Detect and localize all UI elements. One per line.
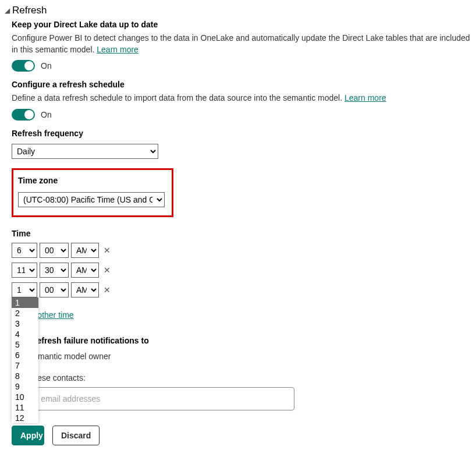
frequency-select[interactable]: Daily bbox=[12, 144, 158, 159]
minute-select[interactable]: 30 bbox=[40, 263, 69, 278]
hour-option[interactable]: 6 bbox=[12, 350, 38, 360]
hour-option[interactable]: 9 bbox=[12, 381, 38, 392]
toggle-knob-icon bbox=[24, 61, 34, 70]
hour-option[interactable]: 5 bbox=[12, 339, 38, 350]
frequency-label: Refresh frequency bbox=[12, 129, 476, 138]
hour-option[interactable]: 10 bbox=[12, 392, 38, 402]
learn-more-link-schedule[interactable]: Learn more bbox=[344, 93, 386, 102]
hour-option[interactable]: 7 bbox=[12, 360, 38, 371]
remove-time-icon[interactable]: ✕ bbox=[104, 246, 111, 255]
owner-checkbox-label: Semantic model owner bbox=[28, 352, 111, 361]
hour-select[interactable]: 1 bbox=[12, 282, 37, 297]
keep-up-to-date-heading: Keep your Direct Lake data up to date bbox=[12, 20, 476, 29]
time-row: 1 00 AM ✕ 123456789101112 bbox=[12, 282, 476, 297]
notifications-heading: Send refresh failure notifications to bbox=[12, 336, 476, 345]
contacts-input[interactable] bbox=[12, 387, 294, 410]
minute-select[interactable]: 00 bbox=[40, 282, 69, 297]
learn-more-link[interactable]: Learn more bbox=[97, 45, 138, 54]
schedule-desc: Define a data refresh schedule to import… bbox=[12, 93, 476, 104]
keep-up-to-date-desc: Configure Power BI to detect changes to … bbox=[12, 33, 476, 55]
ampm-select[interactable]: AM bbox=[71, 243, 99, 258]
hour-option[interactable]: 11 bbox=[12, 402, 38, 413]
section-header[interactable]: ◢ Refresh bbox=[5, 5, 476, 16]
ampm-select[interactable]: AM bbox=[71, 263, 99, 278]
timezone-select[interactable]: (UTC-08:00) Pacific Time (US and Canada) bbox=[18, 192, 165, 207]
time-label: Time bbox=[12, 229, 476, 238]
hour-select[interactable]: 6 bbox=[12, 243, 37, 258]
hour-option[interactable]: 2 bbox=[12, 308, 38, 318]
apply-button[interactable]: Apply bbox=[12, 426, 44, 445]
hour-select[interactable]: 11 bbox=[12, 263, 37, 278]
remove-time-icon[interactable]: ✕ bbox=[104, 265, 111, 275]
hour-option[interactable]: 8 bbox=[12, 371, 38, 381]
minute-select[interactable]: 00 bbox=[40, 243, 69, 258]
hour-dropdown-list[interactable]: 123456789101112 bbox=[12, 297, 38, 423]
remove-time-icon[interactable]: ✕ bbox=[104, 285, 111, 295]
collapse-triangle-icon: ◢ bbox=[5, 6, 10, 15]
toggle-knob-icon bbox=[24, 110, 34, 119]
keep-up-to-date-toggle[interactable] bbox=[12, 60, 35, 72]
contacts-checkbox-row[interactable]: These contacts: bbox=[12, 367, 476, 387]
keep-up-to-date-toggle-label: On bbox=[41, 61, 52, 70]
timezone-label: Time zone bbox=[18, 176, 167, 185]
schedule-toggle-label: On bbox=[41, 110, 52, 119]
discard-button[interactable]: Discard bbox=[52, 426, 100, 445]
schedule-toggle[interactable] bbox=[12, 109, 35, 121]
timezone-highlight-box: Time zone (UTC-08:00) Pacific Time (US a… bbox=[12, 168, 173, 217]
hour-option[interactable]: 3 bbox=[12, 318, 38, 329]
ampm-select[interactable]: AM bbox=[71, 282, 99, 297]
section-title: Refresh bbox=[12, 5, 47, 16]
hour-option[interactable]: 1 bbox=[12, 297, 38, 308]
time-row: 11 30 AM ✕ bbox=[12, 263, 476, 278]
time-row: 6 00 AM ✕ bbox=[12, 243, 476, 258]
schedule-heading: Configure a refresh schedule bbox=[12, 80, 476, 89]
hour-option[interactable]: 12 bbox=[12, 413, 38, 423]
hour-option[interactable]: 4 bbox=[12, 329, 38, 339]
owner-checkbox-row[interactable]: ✓ Semantic model owner bbox=[12, 351, 476, 362]
